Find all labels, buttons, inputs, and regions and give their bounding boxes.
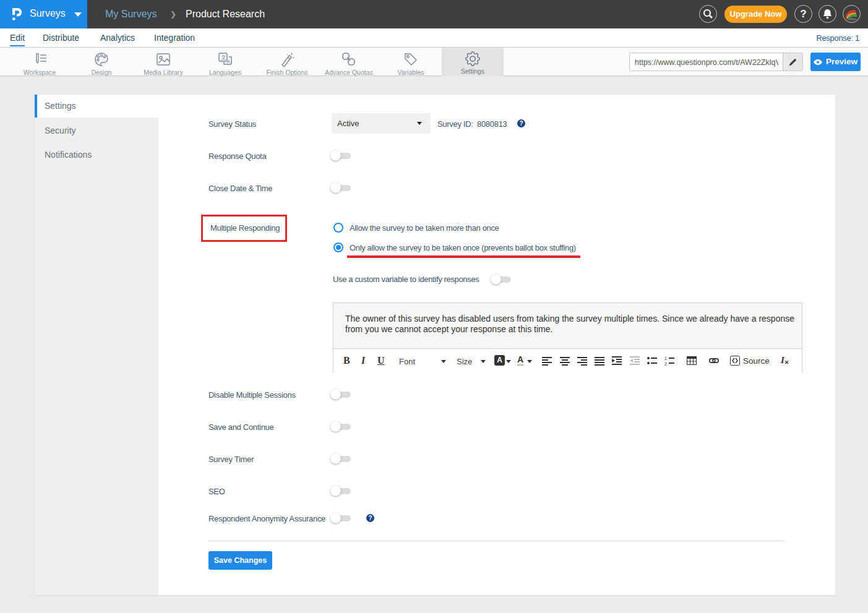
svg-text:1: 1 [664, 356, 667, 361]
svg-text:A: A [227, 59, 231, 64]
svg-text:2: 2 [664, 362, 667, 366]
svg-text:文: 文 [221, 54, 226, 61]
